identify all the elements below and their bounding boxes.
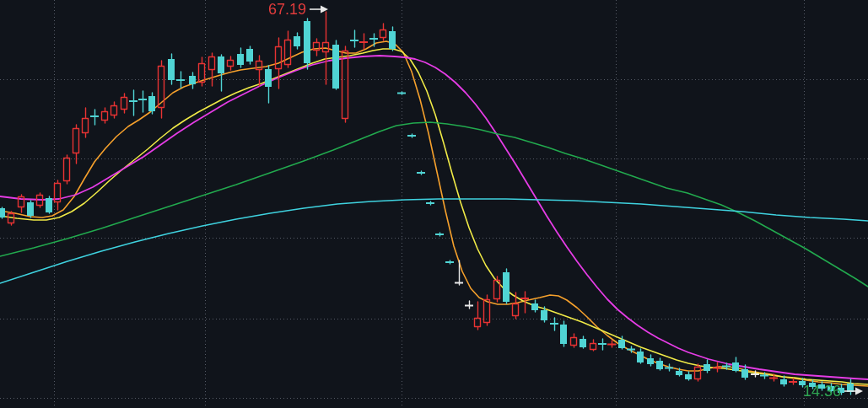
kline-chart: 67.19 14.36 xyxy=(0,0,868,408)
candlestick-chart-canvas[interactable] xyxy=(0,0,868,408)
